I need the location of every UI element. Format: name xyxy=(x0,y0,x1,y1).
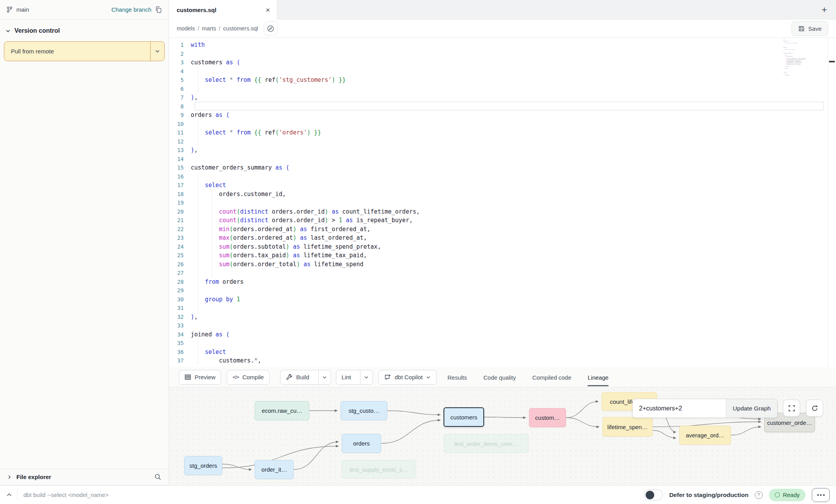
new-tab-button[interactable]: + xyxy=(813,0,836,19)
lineage-node-custom[interactable]: custom… xyxy=(529,408,566,427)
pull-options-chevron[interactable] xyxy=(150,42,164,61)
chevron-down-icon xyxy=(155,49,160,54)
code-line[interactable]: 18 orders.customer_id, xyxy=(169,190,836,199)
code-line[interactable]: 12 xyxy=(169,137,836,146)
lineage-node-order_it[interactable]: order_it… xyxy=(255,460,294,479)
code-line[interactable]: 11 select * from {{ ref('orders') }} xyxy=(169,128,836,137)
command-input[interactable] xyxy=(23,492,296,498)
code-line[interactable]: 6 xyxy=(169,85,836,94)
tab-results[interactable]: Results xyxy=(447,367,467,387)
compile-button[interactable]: </> Compile xyxy=(227,370,270,385)
code-line[interactable]: 24 sum(orders.subtotal) as lifetime_spen… xyxy=(169,242,836,251)
code-line[interactable]: 23 max(orders.ordered_at) as last_ordere… xyxy=(169,233,836,242)
code-line[interactable]: 19 xyxy=(169,198,836,207)
code-line[interactable]: 14 xyxy=(169,155,836,164)
tab-code-quality[interactable]: Code quality xyxy=(483,367,516,387)
more-options-button[interactable] xyxy=(812,488,830,502)
code-line[interactable]: 2 xyxy=(169,50,836,58)
lineage-node-ecom[interactable]: ecom.raw_cu… xyxy=(255,401,309,420)
lint-split-button: Lint xyxy=(336,370,373,385)
code-line[interactable]: 16 xyxy=(169,172,836,181)
code-line[interactable]: 22 min(orders.ordered_at) as first_order… xyxy=(169,225,836,234)
compile-label: Compile xyxy=(242,374,264,380)
minimap[interactable]: withcustomers as ( select * from {{ ref(… xyxy=(783,39,819,88)
copilot-sparkle-icon xyxy=(384,374,391,381)
tab-compiled-code[interactable]: Compiled code xyxy=(532,367,571,387)
code-line[interactable]: 31 xyxy=(169,304,836,313)
code-line[interactable]: 30 group by 1 xyxy=(169,295,836,304)
lineage-node-customers[interactable]: customers xyxy=(444,407,484,427)
code-line[interactable]: 13), xyxy=(169,146,836,155)
lineage-panel[interactable]: ecom.raw_cu…stg_custo…customerscustom…co… xyxy=(169,387,836,485)
code-line[interactable]: 4 xyxy=(169,67,836,76)
code-line[interactable]: 25 sum(orders.tax_paid) as lifetime_tax_… xyxy=(169,251,836,260)
code-line[interactable]: 20 count(distinct orders.order_id) as co… xyxy=(169,207,836,216)
lineage-node-orders[interactable]: orders xyxy=(342,434,381,453)
chevron-up-icon[interactable] xyxy=(6,492,12,498)
lineage-node-stg_custo[interactable]: stg_custo… xyxy=(341,401,387,420)
tab-customers-sql[interactable]: customers.sql × xyxy=(169,0,277,20)
code-line[interactable]: 33 xyxy=(169,321,836,330)
preview-button[interactable]: Preview xyxy=(179,370,221,385)
breadcrumb-models[interactable]: models xyxy=(177,25,195,32)
sidebar-spacer xyxy=(0,61,169,469)
code-line[interactable]: 3customers as ( xyxy=(169,58,836,67)
dbt-copilot-button[interactable]: dbt Copilot xyxy=(378,370,437,385)
lint-options-chevron[interactable] xyxy=(360,370,373,384)
code-line[interactable]: 10 xyxy=(169,120,836,129)
change-branch-link[interactable]: Change branch xyxy=(111,6,151,13)
navigate-button[interactable] xyxy=(264,21,278,35)
branch-name: main xyxy=(16,6,29,13)
graph-search-bar: Update Graph xyxy=(632,399,777,418)
result-tabs: ResultsCode qualityCompiled codeLineage xyxy=(447,367,609,387)
code-line[interactable]: 17 select xyxy=(169,181,836,190)
ready-label: Ready xyxy=(783,492,800,498)
code-line[interactable]: 36 select xyxy=(169,348,836,357)
tab-lineage[interactable]: Lineage xyxy=(588,367,608,387)
breadcrumb-file[interactable]: customers.sql xyxy=(223,25,258,32)
fullscreen-button[interactable] xyxy=(783,400,800,417)
graph-search-input[interactable] xyxy=(633,399,726,417)
code-line[interactable]: 26 sum(orders.order_total) as lifetime_s… xyxy=(169,260,836,269)
code-line[interactable]: 15customer_orders_summary as ( xyxy=(169,163,836,172)
code-editor[interactable]: 1with23customers as (45 select * from {{… xyxy=(169,38,836,367)
code-line[interactable]: 8 xyxy=(169,102,836,111)
code-line[interactable]: 29 xyxy=(169,286,836,295)
code-line[interactable]: 5 select * from {{ ref('stg_customers') … xyxy=(169,76,836,85)
lint-button[interactable]: Lint xyxy=(336,370,357,384)
code-line[interactable]: 34joined as ( xyxy=(169,330,836,339)
build-button[interactable]: Build xyxy=(280,370,314,384)
build-options-chevron[interactable] xyxy=(318,370,331,384)
refresh-icon xyxy=(811,405,818,412)
tab-title: customers.sql xyxy=(177,7,217,13)
version-control-header[interactable]: Version control xyxy=(0,19,169,40)
help-icon[interactable]: ? xyxy=(755,491,763,499)
update-graph-button[interactable]: Update Graph xyxy=(726,399,777,417)
code-line[interactable]: 21 count(distinct orders.order_id) > 1 a… xyxy=(169,216,836,225)
code-line[interactable]: 9orders as ( xyxy=(169,111,836,120)
code-line[interactable]: 32), xyxy=(169,313,836,322)
status-badge[interactable]: Ready xyxy=(769,489,806,501)
refresh-icon[interactable] xyxy=(806,400,823,417)
copy-icon[interactable] xyxy=(155,6,162,13)
code-line[interactable]: 35 xyxy=(169,339,836,348)
pull-from-remote-button[interactable]: Pull from remote xyxy=(4,41,165,61)
defer-toggle[interactable] xyxy=(644,489,663,500)
lineage-node-test_sc[interactable]: test_supply_costs_s… xyxy=(342,460,416,479)
lineage-node-stg_orders[interactable]: stg_orders xyxy=(184,456,222,475)
save-button[interactable]: Save xyxy=(792,21,828,36)
lineage-node-average[interactable]: average_ord… xyxy=(679,426,731,445)
code-line[interactable]: 28 from orders xyxy=(169,278,836,286)
file-explorer-header[interactable]: File explorer xyxy=(0,469,169,485)
close-icon[interactable]: × xyxy=(266,6,270,14)
code-line[interactable]: 37 customers.*, xyxy=(169,356,836,365)
search-icon[interactable] xyxy=(154,473,162,481)
scrollbar-thumb[interactable] xyxy=(829,61,835,62)
lineage-node-test_oi[interactable]: test_order_items_com… xyxy=(444,434,529,453)
breadcrumb-marts[interactable]: marts xyxy=(202,25,216,32)
lineage-node-lifetime[interactable]: lifetime_spen… xyxy=(602,417,653,437)
code-line[interactable]: 27 xyxy=(169,269,836,278)
copilot-label: dbt Copilot xyxy=(395,374,423,380)
code-line[interactable]: 7), xyxy=(169,93,836,102)
code-line[interactable]: 1with xyxy=(169,41,836,50)
